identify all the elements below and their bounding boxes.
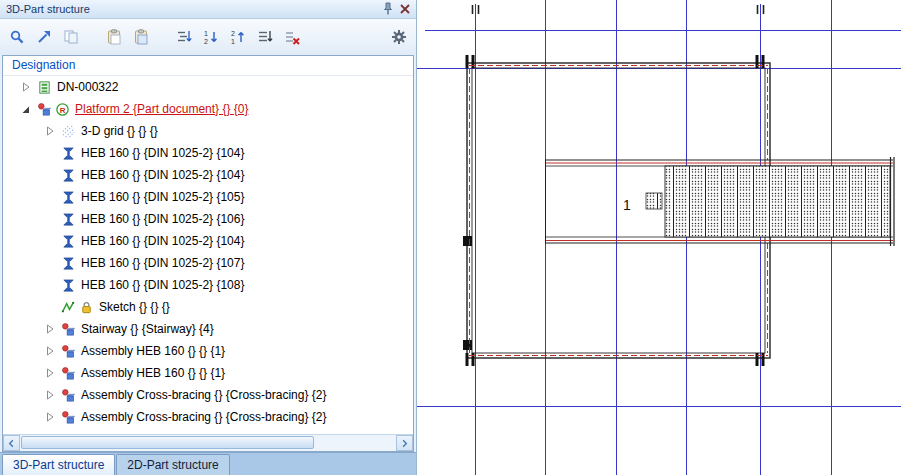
expander-spacer — [45, 257, 61, 269]
tree-item[interactable]: HEB 160 {} {DIN 1025-2} {106} — [3, 208, 413, 230]
tree-item-label: HEB 160 {} {DIN 1025-2} {104} — [79, 146, 244, 160]
tab-label: 2D-Part structure — [127, 458, 218, 472]
reset-structure-icon[interactable] — [282, 27, 302, 47]
tree-item[interactable]: HEB 160 {} {DIN 1025-2} {104} — [3, 230, 413, 252]
tree-item[interactable]: RPlatform 2 {Part document} {} {0} — [3, 98, 413, 120]
tree-item[interactable]: HEB 160 {} {DIN 1025-2} {104} — [3, 164, 413, 186]
tree-item-label: Assembly Cross-bracing {} {Cross-bracing… — [79, 388, 326, 402]
lock-icon — [79, 299, 97, 315]
sort-options-icon[interactable] — [255, 27, 275, 47]
tree-item[interactable]: Sketch {} {} {} — [3, 296, 413, 318]
tree-item[interactable]: 3-D grid {} {} {} — [3, 120, 413, 142]
position-number-label: 1 — [623, 197, 631, 213]
toolbar-icon-group: 1221 — [7, 27, 302, 47]
settings-gear-icon[interactable] — [389, 27, 409, 47]
tree-item[interactable]: Assembly HEB 160 {} {} {1} — [3, 362, 413, 384]
grid-icon — [61, 123, 79, 139]
part-structure-panel: 3D-Part structure 1221 Designation DN-00… — [0, 0, 417, 475]
tree-item-label: 3-D grid {} {} {} — [79, 124, 158, 138]
paste-contents-icon[interactable] — [131, 27, 151, 47]
tree-item[interactable]: Assembly HEB 160 {} {} {1} — [3, 340, 413, 362]
stair-gratings — [665, 166, 890, 237]
tree-item[interactable]: HEB 160 {} {DIN 1025-2} {107} — [3, 252, 413, 274]
tree-item[interactable]: Assembly Cross-bracing {} {Cross-bracing… — [3, 406, 413, 428]
2d-plan-view: 1 — [417, 0, 901, 475]
expander-collapsed-icon[interactable] — [21, 81, 37, 93]
svg-text:1: 1 — [231, 38, 235, 45]
tab-3d-part-structure[interactable]: 3D-Part structure — [2, 454, 115, 475]
expander-collapsed-icon[interactable] — [45, 411, 61, 423]
tree-item-label: Stairway {} {Stairway} {4} — [79, 322, 214, 336]
tree-item-label: HEB 160 {} {DIN 1025-2} {106} — [79, 212, 244, 226]
close-icon[interactable] — [396, 2, 413, 17]
beam-icon — [61, 145, 79, 161]
expander-collapsed-icon[interactable] — [45, 323, 61, 335]
expander-collapsed-icon[interactable] — [45, 125, 61, 137]
expander-collapsed-icon[interactable] — [45, 367, 61, 379]
tree-item-label: Assembly HEB 160 {} {} {1} — [79, 366, 225, 380]
tab-2d-part-structure[interactable]: 2D-Part structure — [116, 454, 229, 475]
svg-text:2: 2 — [204, 38, 208, 45]
reference-icon: R — [55, 101, 73, 117]
tree-item[interactable]: HEB 160 {} {DIN 1025-2} {108} — [3, 274, 413, 296]
beam-icon — [61, 255, 79, 271]
assembly-icon — [61, 387, 79, 403]
tree-item-label: HEB 160 {} {DIN 1025-2} {108} — [79, 278, 244, 292]
beam-icon — [61, 189, 79, 205]
expander-collapsed-icon[interactable] — [45, 345, 61, 357]
sketch-icon — [61, 299, 79, 315]
svg-text:2: 2 — [231, 30, 235, 37]
pin-icon[interactable] — [379, 2, 396, 17]
filter-icon[interactable] — [7, 27, 27, 47]
tree-item[interactable]: Stairway {} {Stairway} {4} — [3, 318, 413, 340]
expander-collapsed-icon[interactable] — [45, 389, 61, 401]
grid-lines — [417, 0, 901, 475]
find-part-icon[interactable] — [34, 27, 54, 47]
expander-spacer — [45, 213, 61, 225]
tree-item-label: Assembly HEB 160 {} {} {1} — [79, 344, 225, 358]
paste-icon[interactable] — [104, 27, 124, 47]
tree-item[interactable]: HEB 160 {} {DIN 1025-2} {105} — [3, 186, 413, 208]
tree-item[interactable]: Assembly Cross-bracing {} {Cross-bracing… — [3, 384, 413, 406]
axis-tick-marks — [473, 5, 764, 14]
scrollbar-track[interactable] — [20, 435, 396, 451]
beam-icon — [61, 167, 79, 183]
copy-icon[interactable] — [61, 27, 81, 47]
tree-item-label: Sketch {} {} {} — [97, 300, 170, 314]
tree-item-label: HEB 160 {} {DIN 1025-2} {104} — [79, 168, 244, 182]
assembly-icon — [61, 365, 79, 381]
tree-item-label: HEB 160 {} {DIN 1025-2} {104} — [79, 234, 244, 248]
tree-item-label: DN-000322 — [55, 80, 118, 94]
expand-levels-icon[interactable] — [174, 27, 194, 47]
tree-item[interactable]: DN-000322 — [3, 76, 413, 98]
scrollbar-thumb[interactable] — [21, 436, 314, 449]
expander-spacer — [45, 191, 61, 203]
svg-text:1: 1 — [204, 30, 208, 37]
expander-spacer — [45, 279, 61, 291]
sort-ascending-icon[interactable]: 12 — [201, 27, 221, 47]
expander-spacer — [45, 147, 61, 159]
scroll-left-icon[interactable] — [3, 435, 20, 451]
structure-toolbar: 1221 — [0, 19, 416, 55]
application-window: 3D-Part structure 1221 Designation DN-00… — [0, 0, 901, 475]
assembly-icon — [61, 409, 79, 425]
assembly-icon — [61, 321, 79, 337]
assembly-icon — [37, 101, 55, 117]
expander-spacer — [45, 235, 61, 247]
tab-label: 3D-Part structure — [13, 458, 104, 472]
assembly-icon — [61, 343, 79, 359]
tree-item[interactable]: HEB 160 {} {DIN 1025-2} {104} — [3, 142, 413, 164]
panel-title: 3D-Part structure — [6, 3, 379, 15]
sort-descending-icon[interactable]: 21 — [228, 27, 248, 47]
expander-spacer — [45, 301, 61, 313]
expander-spacer — [45, 169, 61, 181]
column-header-designation[interactable]: Designation — [3, 56, 413, 76]
panel-titlebar: 3D-Part structure — [0, 0, 416, 19]
beam-icon — [61, 277, 79, 293]
horizontal-scrollbar[interactable] — [3, 434, 413, 451]
scroll-right-icon[interactable] — [396, 435, 413, 451]
panel-tabbar: 3D-Part structure 2D-Part structure — [0, 452, 416, 475]
tree-item-label: HEB 160 {} {DIN 1025-2} {105} — [79, 190, 244, 204]
expander-expanded-icon[interactable] — [21, 103, 37, 115]
drawing-viewport[interactable]: 1 — [417, 0, 901, 475]
